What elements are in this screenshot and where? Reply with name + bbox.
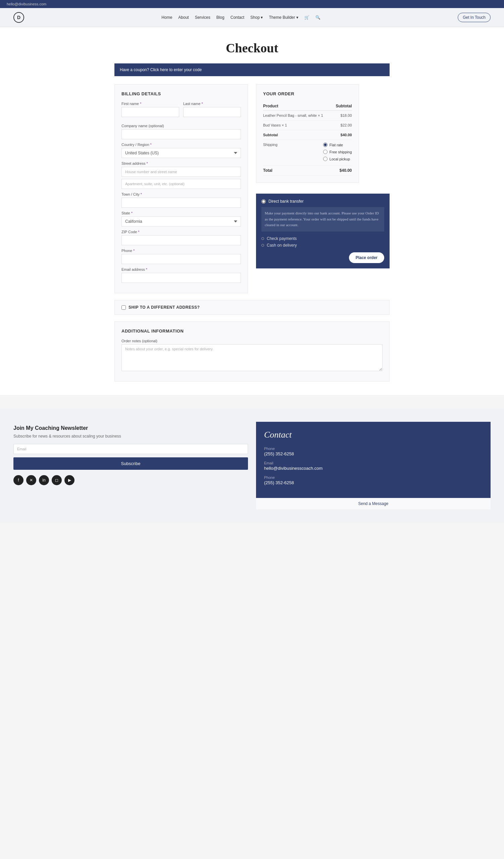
first-name-input[interactable] (121, 107, 179, 117)
billing-title: BILLING DETAILS (121, 91, 241, 96)
newsletter-email-input[interactable] (13, 444, 248, 454)
page-content: Checkout Have a coupon? Click here to en… (0, 27, 504, 395)
twitter-x-icon[interactable]: ✕ (26, 475, 36, 485)
nav-services[interactable]: Services (195, 15, 210, 20)
country-select[interactable]: United States (US) (121, 148, 241, 158)
email-input[interactable] (121, 273, 241, 283)
zip-input[interactable] (121, 235, 241, 245)
order-title: YOUR ORDER (263, 91, 352, 96)
subscribe-button[interactable]: Subscribe (13, 457, 248, 470)
cash-on-delivery: Cash on delivery (261, 243, 384, 247)
order-item-1: Leather Pencil Bag - small, white × 1 $1… (263, 111, 352, 120)
coupon-bar[interactable]: Have a coupon? Click here to enter your … (114, 63, 390, 76)
email-label: Email address * (121, 268, 241, 271)
top-bar-email: hello@divibusiness.com (7, 2, 46, 6)
contact-card-title: Contact (264, 430, 483, 440)
order-column: YOUR ORDER Product Subtotal Leather Penc… (256, 84, 390, 293)
order-notes-label: Order notes (optional) (121, 339, 383, 343)
zip-group: ZIP Code * (121, 230, 241, 245)
order-notes-textarea[interactable] (121, 344, 383, 371)
shipping-options: Flat rate Free shipping Local pickup (323, 140, 352, 165)
ship-different-label: SHIP TO A DIFFERENT ADDRESS? (128, 305, 200, 310)
check-label: Check payments (267, 236, 296, 241)
youtube-icon[interactable]: ▶ (64, 475, 75, 485)
company-label: Company name (optional) (121, 124, 241, 128)
item-1-price: $18.00 (323, 111, 352, 120)
facebook-icon[interactable]: f (13, 475, 24, 485)
nav-blog[interactable]: Blog (216, 15, 225, 20)
shipping-options-list: Flat rate Free shipping Local pickup (323, 142, 352, 162)
street-group: Street address * (121, 161, 241, 189)
direct-bank-description: Make your payment directly into our bank… (261, 207, 384, 231)
contact-phone-label-2: Phone (264, 476, 483, 480)
instagram-icon[interactable]: ◻ (52, 475, 62, 485)
shipping-free-radio[interactable] (323, 150, 327, 154)
state-select[interactable]: California (121, 216, 241, 226)
phone-group: Phone * (121, 248, 241, 264)
phone-label: Phone * (121, 248, 241, 253)
email-group: Email address * (121, 268, 241, 283)
order-section: YOUR ORDER Product Subtotal Leather Penc… (256, 84, 359, 183)
total-label: Total (263, 165, 323, 176)
get-in-touch-button[interactable]: Get In Touch (458, 13, 491, 22)
shipping-local[interactable]: Local pickup (323, 157, 352, 161)
order-item-2: Bud Vases × 1 $22.00 (263, 120, 352, 130)
direct-bank-option: Direct bank transfer (261, 199, 384, 204)
item-2-name: Bud Vases × 1 (263, 120, 323, 130)
first-name-group: First name * (121, 102, 179, 117)
shipping-flat[interactable]: Flat rate (323, 142, 352, 147)
nav-links: Home About Services Blog Contact Shop ▾ … (162, 15, 320, 20)
nav-bar: D Home About Services Blog Contact Shop … (0, 8, 504, 27)
apt-input[interactable] (121, 179, 241, 189)
nav-contact[interactable]: Contact (230, 15, 244, 20)
nav-home[interactable]: Home (162, 15, 172, 20)
nav-right: Get In Touch (458, 13, 491, 22)
check-dot (261, 237, 264, 240)
direct-bank-label: Direct bank transfer (269, 199, 304, 204)
first-name-label: First name * (121, 102, 179, 106)
shipping-local-radio[interactable] (323, 157, 327, 161)
place-order-row: Place order (261, 252, 384, 263)
ship-different-section: SHIP TO A DIFFERENT ADDRESS? (114, 300, 390, 315)
shipping-row: Shipping Flat rate Free shipp (263, 140, 352, 165)
order-notes-group: Order notes (optional) (121, 339, 383, 371)
nav-logo[interactable]: D (13, 12, 24, 23)
additional-section: ADDITIONAL INFORMATION Order notes (opti… (114, 321, 390, 381)
company-group: Company name (optional) (121, 124, 241, 139)
city-input[interactable] (121, 198, 241, 208)
company-input[interactable] (121, 129, 241, 139)
shipping-flat-radio[interactable] (323, 142, 327, 147)
place-order-button[interactable]: Place order (349, 252, 384, 263)
street-input[interactable] (121, 167, 241, 177)
check-payments: Check payments (261, 236, 384, 241)
checkout-grid: BILLING DETAILS First name * Last name *… (114, 84, 390, 293)
ship-different-checkbox[interactable] (121, 305, 126, 310)
order-table: Product Subtotal Leather Pencil Bag - sm… (263, 102, 352, 176)
shipping-free[interactable]: Free shipping (323, 150, 352, 154)
name-row: First name * Last name * (121, 102, 241, 120)
send-message-link[interactable]: Send a Message (256, 498, 491, 509)
total-value: $40.00 (323, 165, 352, 176)
contact-phone-value-2: (255) 352-6258 (264, 480, 483, 485)
state-label: State * (121, 211, 241, 215)
contact-phone-label-1: Phone (264, 447, 483, 451)
phone-input[interactable] (121, 254, 241, 264)
item-1-name: Leather Pencil Bag - small, white × 1 (263, 111, 323, 120)
direct-bank-radio[interactable] (261, 199, 266, 204)
contact-email-label: Email (264, 461, 483, 465)
nav-shop[interactable]: Shop ▾ (250, 15, 263, 20)
newsletter-section: Join My Coaching Newsletter Subscribe fo… (13, 422, 248, 509)
product-col-header: Product (263, 102, 323, 111)
subtotal-col-header: Subtotal (323, 102, 352, 111)
contact-email-value: hello@divibusinesscoach.com (264, 466, 483, 471)
nav-about[interactable]: About (178, 15, 188, 20)
zip-label: ZIP Code * (121, 230, 241, 234)
city-group: Town / City * (121, 192, 241, 208)
nav-theme-builder[interactable]: Theme Builder ▾ (269, 15, 298, 20)
payment-section: Direct bank transfer Make your payment d… (256, 194, 390, 269)
last-name-input[interactable] (183, 107, 241, 117)
nav-search-icon[interactable]: 🔍 (316, 15, 320, 20)
nav-cart-icon[interactable]: 🛒 (304, 15, 309, 20)
linkedin-icon[interactable]: in (39, 475, 49, 485)
logo-circle: D (13, 12, 24, 23)
